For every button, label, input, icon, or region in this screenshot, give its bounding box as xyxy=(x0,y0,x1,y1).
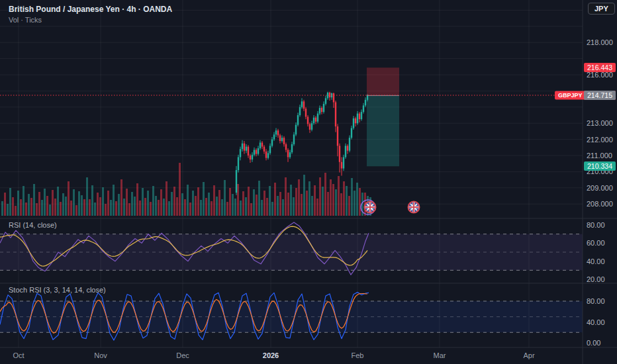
price-axis-label[interactable]: 209.000 xyxy=(587,184,613,192)
price-badge-teal: 210.334 xyxy=(584,161,616,171)
currency-unit-button[interactable]: JPY xyxy=(588,3,615,15)
time-axis-label[interactable]: Mar xyxy=(434,351,446,359)
time-axis-label[interactable]: Dec xyxy=(176,351,189,359)
rsi-pane-legend[interactable]: RSI (14, close) xyxy=(9,221,57,229)
price-axis-label[interactable]: 212.000 xyxy=(587,136,613,144)
symbol-price-tag: GBPJPY xyxy=(555,91,586,99)
stoch-axis-label[interactable]: 40.00 xyxy=(587,318,605,326)
rsi-axis-label[interactable]: 80.00 xyxy=(587,221,605,229)
time-axis-label[interactable]: Apr xyxy=(523,351,534,359)
rsi-axis-label[interactable]: 20.00 xyxy=(587,275,605,283)
volume-indicator-legend[interactable]: Vol · Ticks xyxy=(9,16,42,24)
stoch-rsi-pane-legend[interactable]: Stoch RSI (3, 3, 14, 14, close) xyxy=(9,286,106,294)
price-axis-label[interactable]: 208.000 xyxy=(587,200,613,208)
time-axis-label[interactable]: Oct xyxy=(13,351,24,359)
stoch-axis-label[interactable]: 80.00 xyxy=(587,297,605,305)
price-axis-label[interactable]: 218.000 xyxy=(587,38,613,46)
symbol-legend[interactable]: British Pound / Japanese Yen · 4h · OAND… xyxy=(9,5,172,14)
rsi-axis-label[interactable]: 40.00 xyxy=(587,257,605,265)
price-axis-label[interactable]: 213.000 xyxy=(587,119,613,127)
time-axis-label[interactable]: 2026 xyxy=(263,351,279,359)
price-badge-red: 216.443 xyxy=(584,63,616,72)
rsi-axis-label[interactable]: 60.00 xyxy=(587,239,605,247)
price-badge-gray: 214.715 xyxy=(584,91,616,100)
time-axis-label[interactable]: Nov xyxy=(94,351,107,359)
time-axis-label[interactable]: Feb xyxy=(352,351,364,359)
price-axis-label[interactable]: 211.000 xyxy=(587,152,612,159)
stoch-axis-label[interactable]: 0.00 xyxy=(587,339,600,347)
tradingview-chart-window: British Pound / Japanese Yen · 4h · OAND… xyxy=(0,0,617,364)
